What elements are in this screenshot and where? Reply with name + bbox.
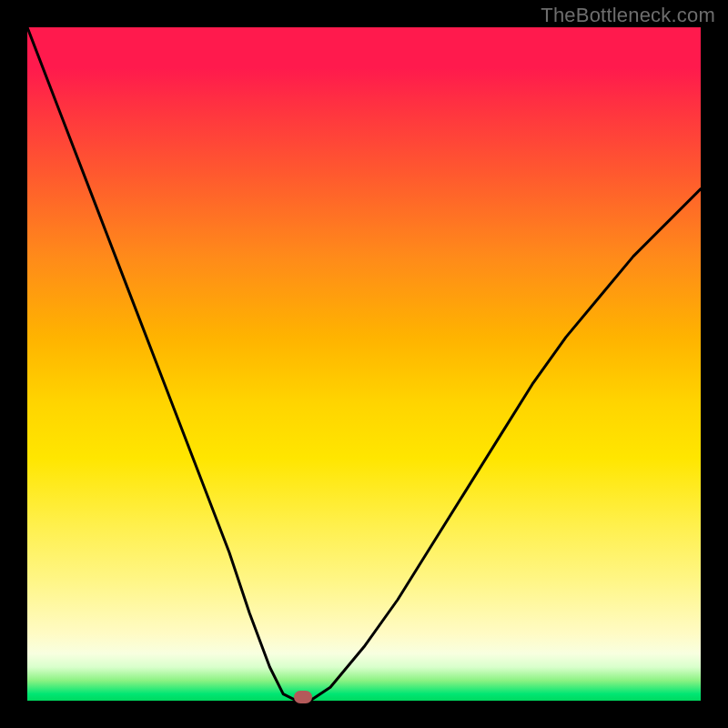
chart-frame: TheBottleneck.com <box>0 0 728 728</box>
attribution-text: TheBottleneck.com <box>541 4 715 27</box>
plot-area <box>27 27 701 701</box>
bottleneck-curve <box>27 27 701 701</box>
minimum-marker <box>294 691 312 703</box>
